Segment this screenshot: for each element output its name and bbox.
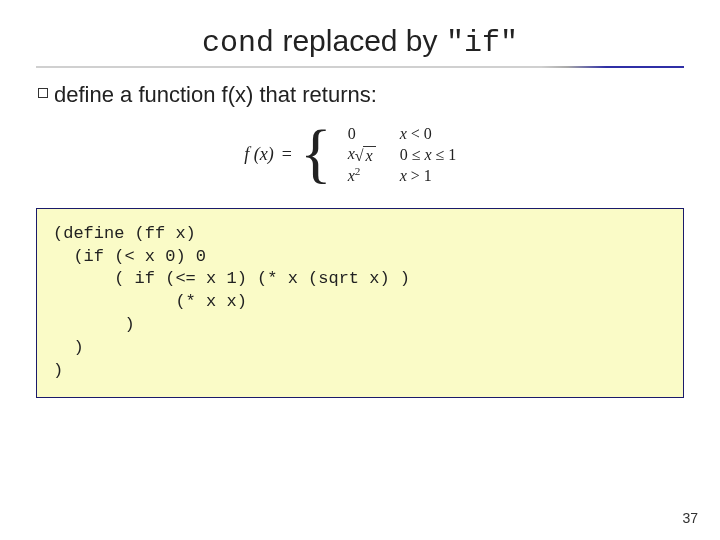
slide-title: cond replaced by "if" <box>36 24 684 60</box>
equation-lhs: f (x) <box>244 144 274 165</box>
square-bullet-icon <box>38 88 48 98</box>
case-expr: 0 <box>338 124 390 144</box>
code-block: (define (ff x) (if (< x 0) 0 ( if (<= x … <box>36 208 684 399</box>
case-cond: x < 0 <box>390 124 476 144</box>
equation-cases: 0 x < 0 x√x 0 ≤ x ≤ 1 x2 x > 1 <box>338 124 476 186</box>
equals-sign: = <box>280 144 294 165</box>
title-underline <box>36 66 684 68</box>
case-row: x2 x > 1 <box>338 166 476 186</box>
case-expr: x2 <box>338 166 390 186</box>
title-code-cond: cond <box>202 26 274 60</box>
bullet-row: define a function f(x) that returns: <box>38 82 684 108</box>
case-row: 0 x < 0 <box>338 124 476 144</box>
title-code-if: "if" <box>446 26 518 60</box>
piecewise-equation: f (x) = { 0 x < 0 x√x 0 ≤ x ≤ 1 x2 x > <box>36 124 684 186</box>
slide: cond replaced by "if" define a function … <box>0 0 720 540</box>
bullet-text: define a function f(x) that returns: <box>54 82 377 108</box>
left-brace-icon: { <box>300 123 332 183</box>
case-row: x√x 0 ≤ x ≤ 1 <box>338 144 476 166</box>
page-number: 37 <box>682 510 698 526</box>
case-cond: 0 ≤ x ≤ 1 <box>390 144 476 166</box>
title-mid: replaced by <box>274 24 446 57</box>
sqrt-icon: √x <box>355 146 376 165</box>
case-expr: x√x <box>338 144 390 166</box>
case-cond: x > 1 <box>390 166 476 186</box>
